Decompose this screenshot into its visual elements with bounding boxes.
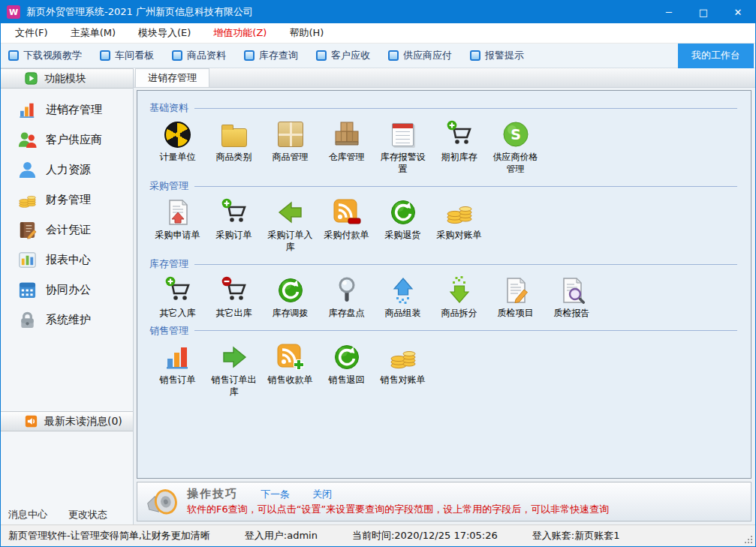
sidebar-item[interactable]: 人力资源 — [1, 155, 133, 185]
menu-item[interactable]: 帮助(H) — [278, 23, 335, 44]
arrow-right-icon — [218, 341, 250, 373]
section-title: 库存管理 — [149, 257, 188, 271]
megaphone-icon — [145, 485, 179, 519]
my-workbench-button[interactable]: 我的工作台 — [678, 44, 754, 68]
module-shortcut[interactable]: 销售订单出库 — [206, 341, 262, 398]
menu-item[interactable]: 增值功能(Z) — [202, 23, 278, 44]
module-shortcut[interactable]: 销售对账单 — [375, 341, 431, 398]
unread-messages-label: 最新未读消息(0) — [44, 415, 122, 428]
module-shortcut[interactable]: 销售退回 — [318, 341, 375, 398]
sidebar-items: 进销存管理客户供应商人力资源财务管理会计凭证报表中心协同办公系统维护 — [1, 89, 133, 335]
toolbar-item[interactable]: 车间看板 — [100, 49, 154, 62]
status-slogan: 新页管理软件-让管理变得简单,让财务更加清晰 — [8, 529, 210, 542]
sidebar-item[interactable]: 协同办公 — [1, 275, 133, 305]
sidebar-item-label: 会计凭证 — [46, 223, 91, 237]
section-divider — [194, 264, 737, 265]
sidebar-item[interactable]: 会计凭证 — [1, 215, 133, 245]
chart-mixed-icon — [17, 250, 38, 270]
module-shortcut-label: 采购订单入库 — [267, 230, 315, 253]
module-shortcut[interactable]: 库存盘点 — [318, 275, 375, 320]
speaker-icon — [25, 415, 38, 428]
arrow-left-icon — [275, 197, 306, 228]
boxes-icon — [331, 119, 363, 150]
barchart-icon — [162, 341, 194, 373]
module-shortcut[interactable]: 销售订单 — [149, 341, 206, 398]
sidebar-item[interactable]: 财务管理 — [1, 185, 133, 215]
menu-item[interactable]: 模块导入(E) — [127, 23, 202, 44]
module-shortcut[interactable]: 采购订单 — [206, 197, 262, 253]
maximize-button[interactable]: □ — [686, 1, 721, 23]
toolbar-item[interactable]: 客户应收 — [316, 49, 370, 62]
module-shortcut-label: 其它入库 — [160, 308, 196, 320]
resize-grip[interactable] — [744, 535, 753, 544]
sidebar-item[interactable]: 系统维护 — [1, 305, 133, 335]
module-shortcut[interactable]: 其它出库 — [206, 275, 262, 320]
sidebar-header-label: 功能模块 — [44, 72, 86, 86]
module-shortcut[interactable]: 期初库存 — [431, 119, 487, 175]
blue-check-icon — [8, 50, 19, 61]
module-shortcut[interactable]: 质检报告 — [544, 275, 600, 320]
sidebar-item[interactable]: 报表中心 — [1, 245, 133, 275]
sidebar: 功能模块 进销存管理客户供应商人力资源财务管理会计凭证报表中心协同办公系统维护 … — [1, 68, 134, 524]
module-shortcut[interactable]: 其它入库 — [149, 275, 206, 320]
close-button[interactable]: ✕ — [721, 1, 755, 23]
change-status-link[interactable]: 更改状态 — [68, 508, 107, 521]
section-header: 销售管理 — [149, 324, 743, 338]
toolbar-item[interactable]: 下载视频教学 — [8, 49, 82, 62]
module-panel: 基础资料计量单位商品类别商品管理仓库管理库存报警设置期初库存S供应商价格管理采购… — [137, 90, 751, 479]
blue-check-icon — [172, 50, 182, 61]
module-section: 基础资料计量单位商品类别商品管理仓库管理库存报警设置期初库存S供应商价格管理 — [149, 101, 743, 175]
status-current-time: 当前时间:2020/12/25 17:05:26 — [352, 529, 498, 542]
tab-strip: 进销存管理 — [134, 68, 755, 88]
cart-plus-icon — [444, 119, 475, 150]
sidebar-item[interactable]: 客户供应商 — [1, 125, 133, 155]
toolbar-item-label: 下载视频教学 — [23, 49, 82, 62]
coins-icon — [387, 341, 419, 373]
toolbar-item-label: 供应商应付 — [403, 49, 452, 62]
module-shortcut[interactable]: 采购申请单 — [149, 197, 206, 253]
module-shortcut[interactable]: 采购付款单 — [318, 197, 375, 253]
module-shortcut[interactable]: 采购订单入库 — [262, 197, 318, 253]
toolbar-item[interactable]: 报警提示 — [470, 49, 524, 62]
toolbar-item[interactable]: 库存查询 — [244, 49, 298, 62]
tab-inventory-management[interactable]: 进销存管理 — [135, 68, 209, 87]
module-shortcut[interactable]: 质检项目 — [487, 275, 544, 320]
module-shortcut[interactable]: 计量单位 — [149, 119, 206, 175]
module-shortcut-label: 质检项目 — [498, 308, 534, 320]
module-shortcut[interactable]: 商品拆分 — [431, 275, 487, 320]
menu-item[interactable]: 主菜单(M) — [59, 23, 127, 44]
module-shortcut-label: 质检报告 — [554, 308, 590, 320]
module-shortcut[interactable]: 商品组装 — [375, 275, 431, 320]
toolbar-item-label: 库存查询 — [259, 49, 298, 62]
module-shortcut[interactable]: 采购对账单 — [431, 197, 487, 253]
message-center-link[interactable]: 消息中心 — [8, 508, 47, 521]
close-tip-link[interactable]: 关闭 — [312, 488, 332, 501]
toolbar-item[interactable]: 供应商应付 — [388, 49, 452, 62]
menu-item[interactable]: 文件(F) — [4, 23, 59, 44]
module-shortcut[interactable]: 库存调拨 — [262, 275, 318, 320]
toolbar-item[interactable]: 商品资料 — [172, 49, 226, 62]
next-tip-link[interactable]: 下一条 — [261, 488, 290, 501]
module-shortcut[interactable]: 仓库管理 — [318, 119, 375, 175]
toolbar-item-label: 客户应收 — [331, 49, 370, 62]
module-shortcut-label: 供应商价格管理 — [492, 152, 540, 175]
module-shortcut[interactable]: 商品管理 — [262, 119, 318, 175]
module-shortcut[interactable]: S供应商价格管理 — [487, 119, 544, 175]
sidebar-unread-messages-bar[interactable]: 最新未读消息(0) — [1, 411, 133, 431]
toolbar-item-label: 商品资料 — [187, 49, 226, 62]
module-shortcut[interactable]: 库存报警设置 — [375, 119, 431, 175]
arrow-down-icon — [444, 275, 475, 306]
module-shortcut[interactable]: 采购退货 — [375, 197, 431, 253]
module-shortcut-label: 商品组装 — [385, 308, 421, 320]
tip-text: 软件的F6查询，可以点击“设置”来设置要查询的字段范围，设上常用的字段后，可以非… — [187, 503, 609, 516]
sidebar-item[interactable]: 进销存管理 — [1, 95, 133, 125]
calendar-alert-icon — [387, 119, 419, 150]
menu-bar: 文件(F)主菜单(M)模块导入(E)增值功能(Z)帮助(H) — [1, 23, 755, 44]
module-shortcut-label: 库存报警设置 — [379, 152, 427, 175]
module-shortcut[interactable]: 销售收款单 — [262, 341, 318, 398]
cart-plus-icon — [162, 275, 194, 306]
gridbox-icon — [275, 119, 306, 150]
sidebar-header-function-modules[interactable]: 功能模块 — [1, 68, 133, 89]
minimize-button[interactable]: ─ — [652, 1, 686, 23]
module-shortcut[interactable]: 商品类别 — [206, 119, 262, 175]
